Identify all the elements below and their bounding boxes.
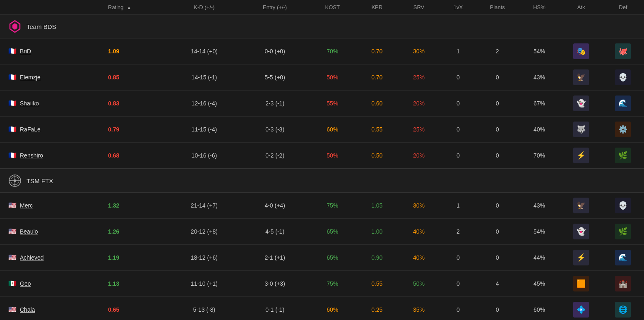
player-kd: 12-16 (-4) bbox=[168, 91, 241, 117]
team-row-tsm: TSM FTX bbox=[0, 169, 644, 193]
player-kost: 50% bbox=[309, 64, 356, 91]
player-def-agent: 🌊 bbox=[602, 91, 644, 117]
player-kd: 14-15 (-1) bbox=[168, 64, 241, 91]
player-srv: 25% bbox=[398, 64, 440, 91]
player-rating: 1.26 bbox=[105, 219, 168, 245]
player-srv: 50% bbox=[398, 271, 440, 297]
player-kd: 5-13 (-8) bbox=[168, 297, 241, 320]
player-def-agent: 🌿 bbox=[602, 219, 644, 245]
player-srv: 25% bbox=[398, 117, 440, 143]
player-hs: 45% bbox=[518, 271, 560, 297]
player-kd: 11-15 (-4) bbox=[168, 117, 241, 143]
player-name-label: Beaulo bbox=[20, 228, 38, 235]
player-hs: 44% bbox=[518, 245, 560, 271]
player-name-label: BriD bbox=[20, 48, 31, 55]
player-1vx: 0 bbox=[440, 64, 477, 91]
player-kost: 60% bbox=[309, 297, 356, 320]
table-row: 🇫🇷 Shaiiko 0.83 12-16 (-4) 2-3 (-1) 55% … bbox=[0, 91, 644, 117]
player-kost: 65% bbox=[309, 219, 356, 245]
player-def-agent: 🌐 bbox=[602, 297, 644, 320]
player-kpr: 0.70 bbox=[356, 38, 398, 64]
player-atk-agent: 🦅 bbox=[560, 193, 602, 219]
col-header-hs: HS% bbox=[518, 0, 560, 15]
player-def-agent: 🌊 bbox=[602, 245, 644, 271]
player-kd: 20-12 (+8) bbox=[168, 219, 241, 245]
player-plants: 0 bbox=[476, 91, 518, 117]
table-row: 🇫🇷 BriD 1.09 14-14 (+0) 0-0 (+0) 70% 0.7… bbox=[0, 38, 644, 64]
player-1vx: 0 bbox=[440, 117, 477, 143]
player-hs: 40% bbox=[518, 117, 560, 143]
player-plants: 2 bbox=[476, 38, 518, 64]
player-plants: 4 bbox=[476, 271, 518, 297]
col-header-entry: Entry (+/-) bbox=[241, 0, 309, 15]
col-header-1vx: 1vX bbox=[440, 0, 477, 15]
player-srv: 30% bbox=[398, 193, 440, 219]
col-header-rating[interactable]: Rating ▲ bbox=[105, 0, 168, 15]
player-hs: 54% bbox=[518, 38, 560, 64]
player-rating: 1.19 bbox=[105, 245, 168, 271]
player-rating: 1.32 bbox=[105, 193, 168, 219]
player-name-label: Geo bbox=[20, 280, 31, 287]
player-kpr: 1.00 bbox=[356, 219, 398, 245]
team-name-tsm: TSM FTX bbox=[26, 177, 53, 184]
player-kpr: 0.55 bbox=[356, 271, 398, 297]
player-rating: 1.09 bbox=[105, 38, 168, 64]
player-name-cell: 🇺🇸 Beaulo bbox=[0, 219, 105, 245]
player-1vx: 2 bbox=[440, 219, 477, 245]
table-row: 🇺🇸 Achieved 1.19 18-12 (+6) 2-1 (+1) 65%… bbox=[0, 245, 644, 271]
player-name-cell: 🇫🇷 BriD bbox=[0, 38, 105, 64]
team-logo-tsm bbox=[8, 174, 22, 187]
table-header-row: Rating ▲ K-D (+/-) Entry (+/-) KOST KPR … bbox=[0, 0, 644, 15]
player-srv: 20% bbox=[398, 91, 440, 117]
team-row-bds: Team BDS bbox=[0, 15, 644, 38]
player-kost: 55% bbox=[309, 91, 356, 117]
player-name-cell: 🇫🇷 RaFaLe bbox=[0, 117, 105, 143]
player-entry: 4-5 (-1) bbox=[241, 219, 309, 245]
player-rating: 0.65 bbox=[105, 297, 168, 320]
svg-marker-1 bbox=[12, 23, 17, 30]
player-name-label: Shaiiko bbox=[20, 100, 39, 107]
player-hs: 43% bbox=[518, 193, 560, 219]
player-srv: 40% bbox=[398, 219, 440, 245]
player-entry: 2-3 (-1) bbox=[241, 91, 309, 117]
player-entry: 5-5 (+0) bbox=[241, 64, 309, 91]
player-kpr: 0.90 bbox=[356, 245, 398, 271]
player-def-agent: 🐙 bbox=[602, 38, 644, 64]
player-hs: 43% bbox=[518, 64, 560, 91]
player-def-agent: 💀 bbox=[602, 193, 644, 219]
player-entry: 2-1 (+1) bbox=[241, 245, 309, 271]
player-atk-agent: 🐺 bbox=[560, 117, 602, 143]
player-name-cell: 🇺🇸 Chala bbox=[0, 297, 105, 320]
player-plants: 0 bbox=[476, 245, 518, 271]
player-atk-agent: ⚡ bbox=[560, 245, 602, 271]
player-rating: 0.68 bbox=[105, 143, 168, 169]
player-kd: 14-14 (+0) bbox=[168, 38, 241, 64]
player-flag: 🇫🇷 bbox=[8, 152, 17, 159]
player-kost: 50% bbox=[309, 143, 356, 169]
player-flag: 🇺🇸 bbox=[8, 306, 17, 313]
player-entry: 3-0 (+3) bbox=[241, 271, 309, 297]
table-row: 🇺🇸 Merc 1.32 21-14 (+7) 4-0 (+4) 75% 1.0… bbox=[0, 193, 644, 219]
player-kost: 65% bbox=[309, 245, 356, 271]
player-kpr: 0.25 bbox=[356, 297, 398, 320]
player-hs: 67% bbox=[518, 91, 560, 117]
table-row: 🇫🇷 RaFaLe 0.79 11-15 (-4) 0-3 (-3) 60% 0… bbox=[0, 117, 644, 143]
player-hs: 70% bbox=[518, 143, 560, 169]
player-flag: 🇫🇷 bbox=[8, 100, 17, 107]
col-header-kd: K-D (+/-) bbox=[168, 0, 241, 15]
player-atk-agent: ⚡ bbox=[560, 143, 602, 169]
player-name-cell: 🇫🇷 Shaiiko bbox=[0, 91, 105, 117]
player-def-agent: 💀 bbox=[602, 64, 644, 91]
player-name-label: RaFaLe bbox=[20, 126, 41, 133]
player-1vx: 0 bbox=[440, 143, 477, 169]
player-atk-agent: 👻 bbox=[560, 219, 602, 245]
team-header-bds: Team BDS bbox=[8, 20, 636, 33]
player-kost: 75% bbox=[309, 193, 356, 219]
player-plants: 0 bbox=[476, 143, 518, 169]
player-flag: 🇺🇸 bbox=[8, 254, 17, 261]
player-kpr: 0.55 bbox=[356, 117, 398, 143]
player-flag: 🇫🇷 bbox=[8, 48, 17, 55]
player-1vx: 0 bbox=[440, 245, 477, 271]
player-1vx: 0 bbox=[440, 91, 477, 117]
player-def-agent: 🏰 bbox=[602, 271, 644, 297]
